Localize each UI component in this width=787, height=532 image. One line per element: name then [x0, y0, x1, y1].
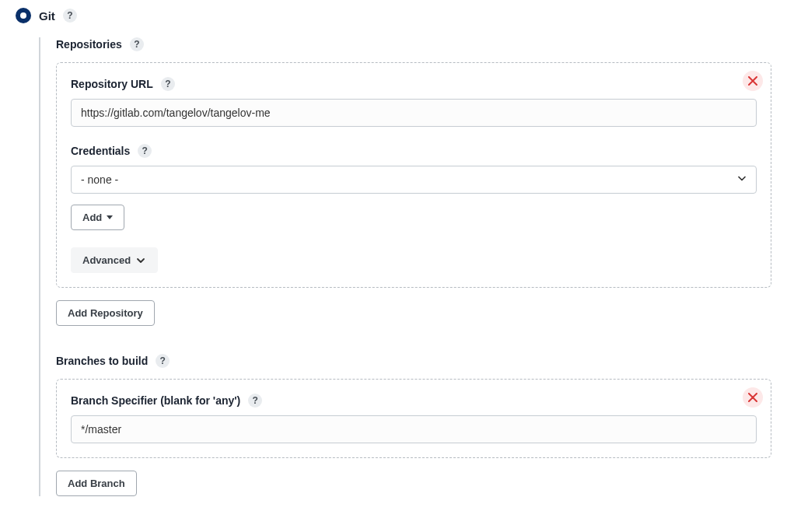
- close-icon: [748, 76, 757, 86]
- branches-heading-row: Branches to build ?: [56, 354, 771, 368]
- branch-block: Branch Specifier (blank for 'any') ?: [56, 379, 771, 458]
- add-branch-label: Add Branch: [68, 478, 125, 489]
- repositories-heading-row: Repositories ?: [56, 37, 771, 51]
- remove-repository-button[interactable]: [743, 71, 763, 91]
- credentials-select[interactable]: - none -: [71, 166, 757, 194]
- branch-specifier-input[interactable]: [71, 415, 757, 443]
- branch-specifier-label-row: Branch Specifier (blank for 'any') ?: [71, 394, 757, 408]
- credentials-label: Credentials: [71, 145, 130, 157]
- add-repository-label: Add Repository: [68, 307, 143, 319]
- git-config-section: Repositories ? Repository URL ? Credenti…: [39, 37, 771, 496]
- repositories-heading: Repositories: [56, 38, 122, 51]
- add-credentials-label: Add: [82, 212, 102, 223]
- branches-heading: Branches to build: [56, 355, 148, 367]
- credentials-label-row: Credentials ?: [71, 144, 757, 158]
- help-icon[interactable]: ?: [248, 394, 262, 408]
- add-credentials-button[interactable]: Add: [71, 205, 124, 230]
- advanced-label: Advanced: [82, 254, 131, 266]
- repository-block: Repository URL ? Credentials ? - none - …: [56, 62, 771, 288]
- repo-url-label-row: Repository URL ?: [71, 77, 757, 91]
- help-icon[interactable]: ?: [138, 144, 152, 158]
- help-icon[interactable]: ?: [130, 37, 144, 51]
- credentials-select-wrap: - none -: [71, 166, 757, 194]
- repo-url-input[interactable]: [71, 99, 757, 127]
- add-branch-button[interactable]: Add Branch: [56, 471, 137, 496]
- caret-down-icon: [107, 215, 113, 219]
- help-icon[interactable]: ?: [161, 77, 175, 91]
- remove-branch-button[interactable]: [743, 387, 763, 408]
- close-icon: [748, 393, 757, 402]
- chevron-down-icon: [135, 255, 146, 266]
- help-icon[interactable]: ?: [63, 9, 77, 23]
- help-icon[interactable]: ?: [156, 354, 170, 368]
- scm-git-label: Git: [39, 9, 55, 23]
- radio-selected-icon: [16, 8, 31, 23]
- repo-url-label: Repository URL: [71, 78, 153, 90]
- scm-git-option[interactable]: Git ?: [16, 8, 771, 23]
- branch-specifier-label: Branch Specifier (blank for 'any'): [71, 394, 240, 407]
- advanced-toggle-button[interactable]: Advanced: [71, 247, 158, 273]
- add-repository-button[interactable]: Add Repository: [56, 300, 155, 326]
